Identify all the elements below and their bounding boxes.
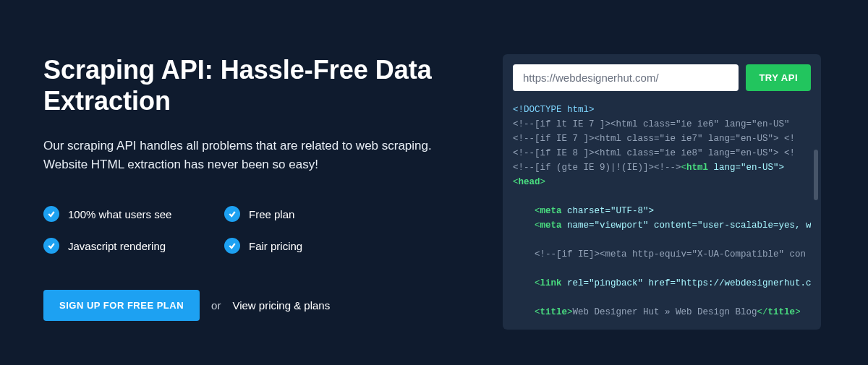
subtext: Our scraping API handles all problems th… (43, 137, 463, 173)
check-icon (224, 238, 240, 254)
feature-label: Fair pricing (249, 240, 302, 252)
feature-item: 100% what users see (43, 206, 224, 222)
code-output: <!DOCTYPE html><!--[if lt IE 7 ]><html c… (513, 103, 811, 319)
check-icon (43, 206, 59, 222)
feature-label: 100% what users see (68, 208, 171, 220)
feature-item: Fair pricing (224, 238, 463, 254)
check-icon (43, 238, 59, 254)
try-api-button[interactable]: TRY API (746, 64, 811, 91)
cta-row: SIGN UP FOR FREE PLAN or View pricing & … (43, 290, 463, 321)
api-input-row: TRY API (513, 64, 811, 91)
pricing-link[interactable]: View pricing & plans (232, 299, 330, 312)
api-demo-panel: TRY API <!DOCTYPE html><!--[if lt IE 7 ]… (503, 54, 821, 330)
feature-item: Javascript rendering (43, 238, 224, 254)
hero-left: Scraping API: Hassle-Free Data Extractio… (43, 54, 463, 330)
feature-label: Javascript rendering (68, 240, 166, 252)
hero-section: Scraping API: Hassle-Free Data Extractio… (0, 0, 868, 358)
headline: Scraping API: Hassle-Free Data Extractio… (43, 54, 463, 116)
signup-button[interactable]: SIGN UP FOR FREE PLAN (43, 290, 200, 321)
feature-label: Free plan (249, 208, 294, 220)
or-text: or (211, 299, 221, 312)
feature-list: 100% what users see Free plan Javascript… (43, 206, 463, 254)
check-icon (224, 206, 240, 222)
feature-item: Free plan (224, 206, 463, 222)
url-input[interactable] (513, 64, 739, 91)
scrollbar-thumb[interactable] (814, 150, 818, 200)
